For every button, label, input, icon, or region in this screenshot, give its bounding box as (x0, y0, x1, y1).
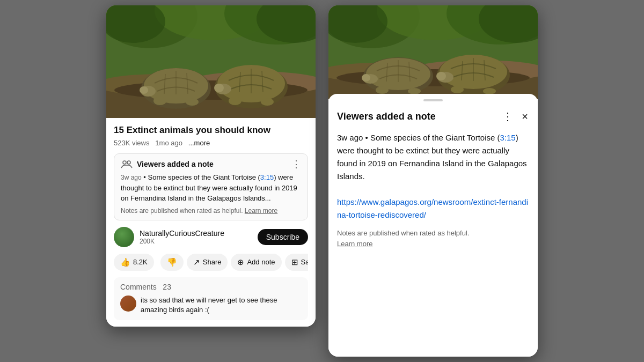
expanded-note-body: 3w ago • Some species of the Giant Torto… (337, 131, 529, 221)
add-note-button[interactable]: ⊕ Add note (231, 254, 281, 271)
note-title-row: Viewers added a note (121, 159, 214, 169)
close-button[interactable]: × (521, 109, 529, 124)
share-button[interactable]: ↗ Share (187, 254, 228, 271)
svg-point-16 (140, 86, 148, 94)
comments-section: Comments 23 its so sad that we will neve… (114, 277, 308, 320)
sheet-handle (423, 99, 443, 101)
svg-point-27 (261, 98, 274, 106)
more-link[interactable]: ...more (188, 139, 210, 147)
expanded-sheet: Viewers added a note ⋮ × 3w ago • Some s… (328, 94, 538, 357)
share-icon: ↗ (193, 257, 200, 267)
share-label: Share (203, 258, 222, 266)
note-footer-static: Notes are published when rated as helpfu… (121, 207, 243, 215)
view-count: 523K views (114, 139, 149, 147)
right-panel: Viewers added a note ⋮ × 3w ago • Some s… (328, 5, 538, 357)
svg-point-56 (451, 86, 464, 93)
like-count: 8.2K (133, 258, 148, 266)
action-bar: 👍 8.2K 👎 ↗ Share ⊕ Add note ⊞ Sa... (114, 254, 308, 271)
svg-point-28 (123, 161, 126, 164)
svg-point-23 (214, 84, 224, 92)
channel-name[interactable]: NaturallyCuriousCreature (140, 229, 224, 238)
timecode-link-right[interactable]: 3:15 (500, 133, 515, 142)
close-icon: × (522, 110, 528, 123)
viewers-note-title: Viewers added a note (137, 160, 214, 168)
svg-point-46 (362, 74, 370, 82)
note-text-prefix: Some species of the Giant Tortoise ( (370, 133, 500, 142)
footer-static-right: Notes are published when rated as helpfu… (337, 229, 469, 237)
upload-time: 1mo ago (155, 139, 182, 147)
comment-text: its so sad that we will never get to see… (141, 295, 302, 315)
comments-label: Comments (120, 283, 157, 291)
viewers-note-box: Viewers added a note ⋮ 3w ago • Some spe… (114, 153, 308, 220)
thumbs-up-icon: 👍 (120, 257, 130, 267)
video-thumbnail-right (328, 5, 538, 99)
like-button[interactable]: 👍 8.2K (114, 254, 154, 271)
channel-info: NaturallyCuriousCreature 200K (140, 229, 224, 245)
note-timestamp: 3w ago (121, 174, 142, 181)
channel-avatar[interactable] (114, 227, 134, 247)
add-note-icon: ⊕ (237, 257, 244, 267)
save-button[interactable]: ⊞ Sa... (285, 254, 309, 271)
note-timecode-link[interactable]: 3:15 (260, 173, 274, 181)
external-link-right[interactable]: https://www.galapagos.org/newsroom/extin… (337, 197, 528, 219)
note-body: 3w ago • Some species of the Giant Torto… (121, 172, 301, 204)
subscriber-count: 200K (140, 238, 224, 245)
note-viewers-icon (121, 159, 133, 169)
add-note-label: Add note (247, 258, 275, 266)
video-content-left: 15 Extinct animals you should know 523K … (106, 118, 316, 327)
thumbs-down-icon: 👎 (167, 257, 177, 267)
note-footer: Notes are published when rated as helpfu… (121, 207, 301, 215)
note-dot: • (143, 173, 148, 181)
expanded-three-dots-button[interactable]: ⋮ (501, 109, 514, 124)
expanded-note-title: Viewers added a note (337, 111, 436, 122)
channel-row: NaturallyCuriousCreature 200K Subscribe (114, 227, 308, 247)
svg-point-53 (436, 72, 446, 80)
video-meta: 523K views 1mo ago ...more (114, 139, 308, 147)
thumbnail-svg-left (106, 5, 316, 118)
save-icon: ⊞ (291, 257, 298, 267)
dislike-button[interactable]: 👎 (160, 254, 184, 271)
comment-avatar (120, 295, 136, 312)
expanded-note-footer: Notes are published when rated as helpfu… (337, 228, 529, 249)
comment-row: its so sad that we will never get to see… (120, 295, 302, 315)
note-three-dots[interactable]: ⋮ (291, 159, 301, 169)
svg-point-29 (127, 161, 130, 164)
video-thumbnail-left[interactable] (106, 5, 316, 118)
svg-point-25 (186, 98, 199, 106)
note-text-1: Some species of the Giant Tortoise ( (148, 173, 260, 181)
three-dots-icon: ⋮ (502, 110, 513, 123)
svg-point-26 (229, 97, 241, 105)
header-actions: ⋮ × (501, 109, 529, 124)
svg-point-24 (153, 97, 166, 105)
thumbnail-svg-right (328, 5, 538, 99)
svg-point-54 (376, 86, 389, 94)
note-dot-right: • (363, 133, 370, 142)
video-title: 15 Extinct animals you should know (114, 124, 308, 136)
learn-more-link-right[interactable]: Learn more (337, 240, 372, 248)
left-phone-frame: 15 Extinct animals you should know 523K … (106, 5, 316, 327)
save-label: Sa... (301, 258, 309, 266)
subscribe-button[interactable]: Subscribe (258, 229, 308, 245)
learn-more-link-left[interactable]: Learn more (245, 207, 277, 215)
viewers-note-header: Viewers added a note ⋮ (121, 159, 301, 169)
comments-header: Comments 23 (120, 283, 302, 291)
expanded-note-header: Viewers added a note ⋮ × (337, 109, 529, 124)
note-timestamp-right: 3w ago (337, 133, 363, 142)
comments-count: 23 (163, 283, 171, 291)
